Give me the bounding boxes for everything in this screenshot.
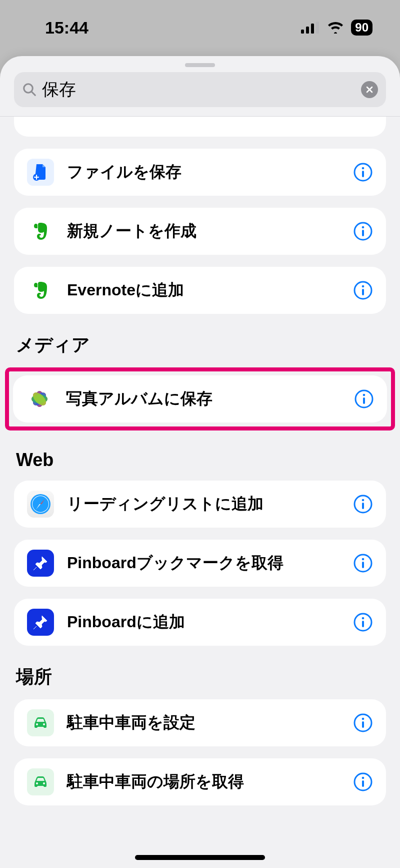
action-label: ファイルを保存 <box>67 161 353 183</box>
svg-rect-15 <box>362 289 364 295</box>
evernote-icon <box>27 277 54 304</box>
svg-rect-2 <box>311 24 314 34</box>
svg-point-11 <box>362 226 364 229</box>
action-label: 新規ノートを作成 <box>67 220 353 242</box>
action-set-parked-car[interactable]: 駐車中車両を設定 <box>14 699 386 746</box>
info-icon[interactable] <box>353 612 373 632</box>
action-save-file[interactable]: ファイルを保存 <box>14 149 386 196</box>
evernote-icon <box>27 218 54 245</box>
action-add-to-pinboard[interactable]: Pinboardに追加 <box>14 599 386 646</box>
battery-indicator: 90 <box>351 20 372 36</box>
action-label: リーディングリストに追加 <box>67 493 353 515</box>
action-label: 駐車中車両を設定 <box>67 712 353 734</box>
svg-rect-0 <box>301 30 304 34</box>
pinboard-icon <box>27 550 54 577</box>
svg-point-47 <box>362 777 364 779</box>
results-list: ファイルを保存 新規ノートを作成 Evernoteに追加 メディア 写 <box>0 117 400 837</box>
action-label: Evernoteに追加 <box>67 279 353 301</box>
svg-point-37 <box>362 617 364 620</box>
highlight-frame: 写真アルバムに保存 <box>5 367 395 430</box>
search-bar <box>0 72 400 117</box>
car-icon <box>27 768 54 795</box>
svg-line-5 <box>32 92 36 96</box>
svg-point-25 <box>363 394 366 396</box>
action-evernote-append[interactable]: Evernoteに追加 <box>14 267 386 314</box>
svg-point-39 <box>36 723 38 725</box>
action-label: 写真アルバムに保存 <box>66 388 354 410</box>
info-icon[interactable] <box>354 389 374 409</box>
pinboard-icon <box>27 609 54 636</box>
car-icon <box>27 709 54 736</box>
info-icon[interactable] <box>353 162 373 182</box>
info-icon[interactable] <box>353 221 373 241</box>
svg-rect-32 <box>362 503 364 509</box>
safari-icon <box>27 491 54 518</box>
search-input[interactable] <box>42 80 361 100</box>
status-indicators: 90 <box>301 20 372 36</box>
svg-point-31 <box>362 499 364 502</box>
info-icon[interactable] <box>353 713 373 733</box>
files-icon <box>27 159 54 186</box>
info-icon[interactable] <box>353 772 373 792</box>
info-icon[interactable] <box>353 280 373 300</box>
svg-point-42 <box>362 718 364 720</box>
search-field[interactable] <box>14 72 386 107</box>
svg-point-40 <box>43 723 45 725</box>
action-sheet: ファイルを保存 新規ノートを作成 Evernoteに追加 メディア 写 <box>0 56 400 868</box>
wifi-icon <box>327 22 344 34</box>
photos-icon <box>26 385 53 412</box>
svg-rect-1 <box>306 27 309 34</box>
svg-rect-9 <box>362 171 364 177</box>
action-get-parked-car-location[interactable]: 駐車中車両の場所を取得 <box>14 758 386 805</box>
cellular-icon <box>301 22 320 34</box>
sheet-grabber[interactable] <box>185 63 215 67</box>
home-indicator[interactable] <box>135 855 265 860</box>
info-icon[interactable] <box>353 494 373 514</box>
close-icon <box>366 86 374 94</box>
search-icon <box>22 82 37 97</box>
partial-card-top[interactable] <box>14 117 386 137</box>
svg-point-45 <box>43 782 45 784</box>
status-time: 15:44 <box>45 18 88 38</box>
section-header-location: 場所 <box>16 665 386 689</box>
svg-point-8 <box>362 167 364 170</box>
svg-rect-12 <box>362 230 364 236</box>
svg-rect-43 <box>362 721 364 728</box>
action-add-reading-list[interactable]: リーディングリストに追加 <box>14 481 386 528</box>
svg-rect-38 <box>362 621 364 627</box>
status-bar: 15:44 90 <box>0 0 400 55</box>
action-label: Pinboardブックマークを取得 <box>67 552 353 574</box>
svg-rect-35 <box>362 562 364 568</box>
svg-point-14 <box>362 285 364 288</box>
action-evernote-new-note[interactable]: 新規ノートを作成 <box>14 208 386 255</box>
action-get-pinboard-bookmarks[interactable]: Pinboardブックマークを取得 <box>14 540 386 587</box>
svg-rect-48 <box>362 780 364 787</box>
info-icon[interactable] <box>353 553 373 573</box>
action-save-to-photo-album[interactable]: 写真アルバムに保存 <box>13 375 387 422</box>
section-header-web: Web <box>16 450 386 471</box>
svg-rect-3 <box>316 22 319 34</box>
svg-point-44 <box>36 782 38 784</box>
clear-search-button[interactable] <box>361 81 378 98</box>
action-label: 駐車中車両の場所を取得 <box>67 771 353 793</box>
section-header-media: メディア <box>16 333 386 357</box>
svg-point-34 <box>362 558 364 561</box>
action-label: Pinboardに追加 <box>67 611 353 633</box>
svg-rect-26 <box>363 397 365 404</box>
